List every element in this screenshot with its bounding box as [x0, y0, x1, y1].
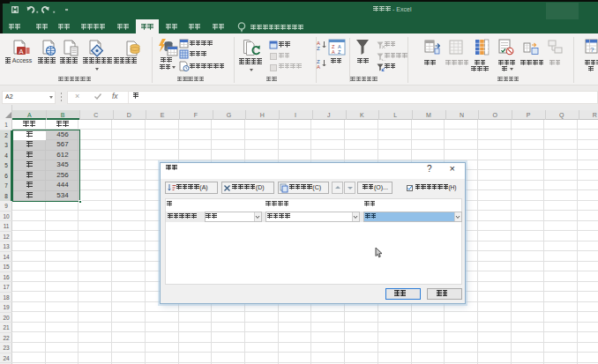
svg-text:A: A	[332, 49, 335, 55]
svg-text:Z: Z	[317, 46, 320, 51]
svg-text:A: A	[317, 64, 320, 70]
svg-text:?: ?	[590, 46, 594, 54]
svg-text:A: A	[19, 48, 23, 56]
